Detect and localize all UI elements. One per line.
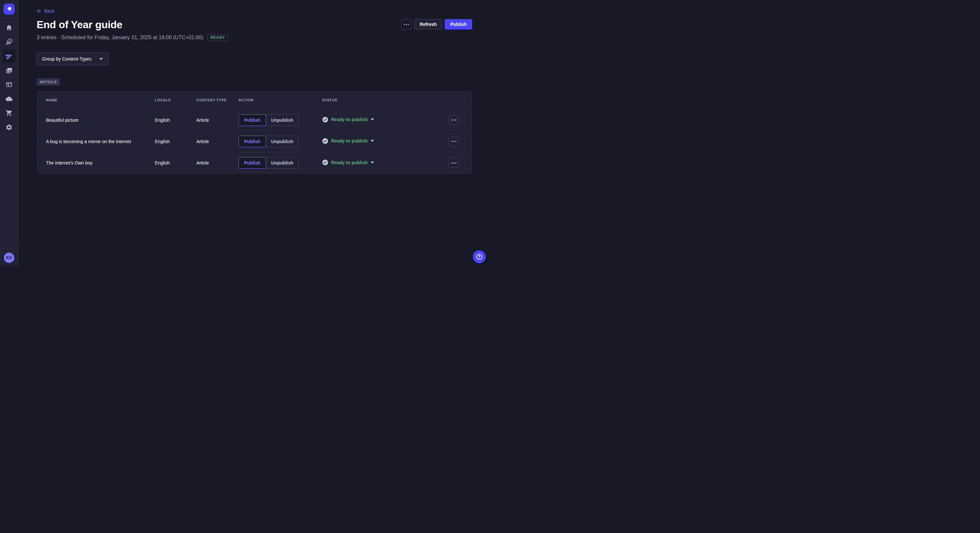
- ellipsis-icon: [404, 24, 409, 25]
- entry-name: The internet's Own boy: [46, 160, 155, 165]
- entry-content-type: Article: [196, 117, 239, 123]
- row-more-button[interactable]: [449, 136, 459, 146]
- paper-plane-icon: [5, 52, 13, 60]
- row-unpublish-button[interactable]: Unpublish: [266, 114, 299, 126]
- row-unpublish-button[interactable]: Unpublish: [266, 157, 299, 169]
- entry-status-label: Ready to publish: [331, 160, 368, 165]
- table-row: Beautiful picture English Article Publis…: [37, 109, 472, 131]
- release-header: Back End of Year guide Refresh Publish 3…: [19, 0, 490, 41]
- arrow-left-icon: [37, 8, 42, 14]
- shopping-cart-icon: [5, 109, 13, 117]
- strapi-logo-link[interactable]: [0, 0, 18, 19]
- help-button[interactable]: [473, 250, 486, 263]
- release-body: Group by Content-Types ARTICLE NAME LOCA…: [19, 41, 490, 174]
- column-header-action: ACTION: [239, 98, 322, 102]
- entry-name: Beautiful picture: [46, 117, 155, 123]
- entry-action-toggle: Publish Unpublish: [239, 157, 299, 169]
- chevron-down-icon: [99, 58, 103, 60]
- question-circle-icon: [476, 253, 483, 260]
- avatar[interactable]: KD: [4, 252, 14, 263]
- chevron-down-icon: [371, 140, 374, 142]
- sidebar-item-media-library[interactable]: [3, 64, 16, 77]
- cloud-icon: [5, 95, 13, 102]
- main-navigation: KD: [0, 0, 19, 266]
- entry-status-dropdown[interactable]: Ready to publish: [322, 159, 374, 165]
- entry-name: A bug is becoming a meme on the internet: [46, 139, 155, 144]
- table-row: A bug is becoming a meme on the internet…: [37, 131, 472, 152]
- check-circle-icon: [322, 117, 328, 123]
- row-publish-button[interactable]: Publish: [239, 157, 266, 169]
- entry-locale: English: [155, 117, 196, 123]
- table-header-row: NAME LOCALE CONTENT-TYPE ACTION STATUS: [37, 91, 472, 109]
- refresh-button[interactable]: Refresh: [414, 19, 442, 30]
- entries-table: NAME LOCALE CONTENT-TYPE ACTION STATUS B…: [37, 90, 472, 174]
- check-circle-icon: [322, 138, 328, 144]
- main-content: Back End of Year guide Refresh Publish 3…: [19, 0, 490, 266]
- layout-icon: [5, 81, 13, 88]
- row-publish-button[interactable]: Publish: [239, 136, 266, 148]
- ellipsis-icon: [452, 163, 456, 163]
- group-by-select[interactable]: Group by Content-Types: [37, 52, 108, 65]
- column-header-locale: LOCALE: [155, 98, 196, 102]
- entry-status-label: Ready to publish: [331, 117, 368, 122]
- sidebar-item-settings[interactable]: [3, 121, 16, 134]
- entry-status-label: Ready to publish: [331, 138, 368, 143]
- entry-locale: English: [155, 139, 196, 144]
- user-section: KD: [0, 248, 18, 266]
- column-header-content-type: CONTENT-TYPE: [196, 98, 239, 102]
- entry-content-type: Article: [196, 139, 239, 144]
- gear-icon: [5, 124, 13, 131]
- avatar-initials: KD: [6, 255, 12, 260]
- ellipsis-icon: [452, 141, 456, 142]
- content-type-group-badge: ARTICLE: [37, 78, 60, 86]
- chevron-down-icon: [371, 119, 374, 121]
- row-more-button[interactable]: [449, 158, 459, 168]
- release-summary: 3 entries - Scheduled for Friday, Januar…: [37, 35, 203, 40]
- page-title: End of Year guide: [37, 18, 123, 31]
- back-label: Back: [45, 8, 54, 14]
- media-library-icon: [5, 67, 13, 74]
- sidebar-item-releases[interactable]: [3, 49, 16, 62]
- row-more-button[interactable]: [449, 115, 459, 125]
- release-status-badge: READY: [207, 34, 228, 41]
- column-header-name: NAME: [46, 98, 155, 102]
- row-unpublish-button[interactable]: Unpublish: [266, 136, 299, 148]
- sidebar-item-content-type-builder[interactable]: [3, 78, 16, 91]
- sidebar-nav: [3, 19, 16, 248]
- row-publish-button[interactable]: Publish: [239, 114, 266, 126]
- feather-icon: [5, 38, 13, 45]
- strapi-logo: [3, 3, 14, 14]
- entry-locale: English: [155, 160, 196, 165]
- entry-action-toggle: Publish Unpublish: [239, 114, 299, 126]
- chevron-down-icon: [371, 162, 374, 163]
- home-icon: [5, 24, 13, 31]
- back-link[interactable]: Back: [37, 8, 54, 14]
- entry-status-dropdown[interactable]: Ready to publish: [322, 117, 374, 123]
- publish-release-button[interactable]: Publish: [445, 19, 472, 30]
- sidebar-item-deploy[interactable]: [3, 92, 16, 105]
- more-actions-button[interactable]: [401, 19, 412, 30]
- sidebar-item-home[interactable]: [3, 21, 16, 34]
- ellipsis-icon: [452, 119, 456, 121]
- group-by-value: Group by Content-Types: [42, 56, 92, 62]
- column-header-status: STATUS: [322, 98, 449, 102]
- entry-content-type: Article: [196, 160, 239, 165]
- check-circle-icon: [322, 159, 328, 165]
- entry-action-toggle: Publish Unpublish: [239, 136, 299, 148]
- strapi-logo-icon: [5, 5, 13, 13]
- entry-status-dropdown[interactable]: Ready to publish: [322, 138, 374, 144]
- table-row: The internet's Own boy English Article P…: [37, 152, 472, 174]
- sidebar-item-content-manager[interactable]: [3, 35, 16, 48]
- sidebar-item-marketplace[interactable]: [3, 106, 16, 119]
- header-actions: Refresh Publish: [401, 19, 472, 30]
